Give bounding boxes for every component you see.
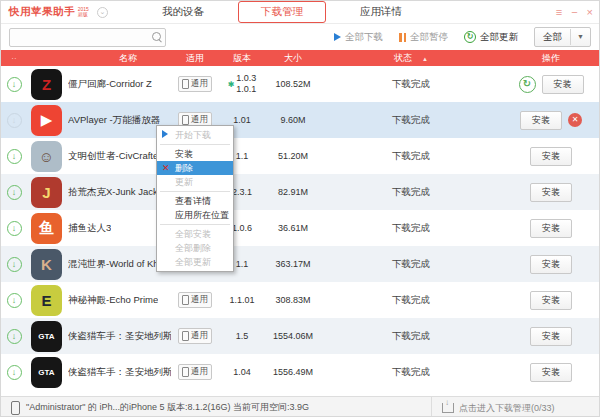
download-arrow-icon[interactable]: ↓ [7, 329, 22, 344]
minimize-icon[interactable]: − [571, 7, 577, 18]
refresh-circle-icon: ↻ [464, 31, 476, 43]
install-button[interactable]: 安装 [530, 363, 572, 382]
table-row[interactable]: ↓鱼捕鱼达人3通用1.0.636.61M下载完成安装 [1, 210, 600, 246]
table-row[interactable]: ↓GTA侠盗猎车手：圣安地列斯-...通用1.51554.06M下载完成安装 [1, 318, 600, 354]
install-button[interactable]: 安装 [530, 183, 572, 202]
version-cell: 1.01 [219, 115, 265, 126]
menu-item-label: 全部更新 [175, 256, 211, 269]
install-button[interactable]: 安装 [520, 111, 562, 130]
menu-item-start-download[interactable]: 开始下载 [157, 128, 233, 142]
tab-app-details[interactable]: 应用详情 [350, 2, 412, 22]
table-header: ·· 名称 适用 版本 大小 状态▲ 操作 [1, 50, 600, 66]
install-button[interactable]: 安装 [542, 75, 584, 94]
header-compat[interactable]: 适用 [171, 52, 219, 65]
menu-item-delete-all[interactable]: 全部删除 [157, 241, 233, 255]
app-name: 文明创世者-CivCrafter [68, 150, 161, 163]
compat-badge: 通用 [178, 364, 212, 380]
menu-item-update-all[interactable]: 全部更新 [157, 255, 233, 269]
menu-item-label: 应用所在位置 [175, 209, 229, 222]
install-button[interactable]: 安装 [530, 147, 572, 166]
size-cell: 308.83M [265, 295, 321, 305]
app-name: 僵尸回廊-Corridor Z [68, 78, 152, 91]
menu-item-install[interactable]: 安装 [157, 147, 233, 161]
search-icon[interactable] [152, 32, 161, 41]
menu-separator [160, 224, 230, 225]
update-all-button[interactable]: ↻ 全部更新 [464, 31, 518, 44]
menu-item-install-all[interactable]: 全部安装 [157, 227, 233, 241]
header-status[interactable]: 状态▲ [321, 52, 501, 65]
app-name: 侠盗猎车手：圣安地列斯-... [68, 330, 171, 343]
download-all-button[interactable]: 全部下载 [334, 31, 383, 44]
tab-download-manager[interactable]: 下载管理 [238, 1, 326, 23]
ops-cell: 安装 [501, 255, 600, 274]
menu-item-label: 更新 [175, 176, 193, 189]
download-arrow-icon[interactable]: ↓ [7, 113, 22, 128]
download-manager-entry[interactable]: 点击进入下载管理(0/33) [431, 397, 600, 417]
ops-cell: 安装 [501, 147, 600, 166]
table-row[interactable]: ↓J拾荒杰克X-Junk Jack X通用2.3.182.91M下载完成安装 [1, 174, 600, 210]
search-box[interactable] [9, 28, 166, 47]
download-tray-icon [442, 403, 454, 413]
version-cell: 1.1.01 [219, 295, 265, 306]
download-arrow-icon[interactable]: ↓ [7, 77, 22, 92]
table-row[interactable]: ↓GTA侠盗猎车手：圣安地列斯...通用1.041556.49M下载完成安装 [1, 354, 600, 390]
menu-item-app-location[interactable]: 应用所在位置 [157, 208, 233, 222]
table-row[interactable]: ↓K混沌世界-World of Khaos通用1.1363.17M下载完成安装 [1, 246, 600, 282]
menu-icon[interactable]: ≡ [556, 7, 562, 18]
close-icon[interactable]: × [587, 7, 593, 18]
device-icon [182, 79, 189, 89]
header-version[interactable]: 版本 [219, 52, 265, 65]
ops-cell: 安装 [501, 291, 600, 310]
size-cell: 36.61M [265, 223, 321, 233]
menu-item-view-details[interactable]: 查看详情 [157, 194, 233, 208]
size-cell: 9.60M [265, 115, 321, 125]
app-name: 侠盗猎车手：圣安地列斯... [68, 366, 171, 379]
header-status-label: 状态 [394, 53, 412, 63]
app-icon: 鱼 [31, 213, 62, 244]
sort-asc-icon[interactable]: ▲ [422, 56, 428, 62]
pause-all-button[interactable]: 全部暂停 [399, 31, 448, 44]
install-button[interactable]: 安装 [530, 219, 572, 238]
ops-cell: 安装 [501, 327, 600, 346]
reinstall-circle-icon[interactable]: ↻ [519, 76, 536, 93]
install-button[interactable]: 安装 [530, 327, 572, 346]
download-arrow-icon[interactable]: ↓ [7, 365, 22, 380]
search-input[interactable] [13, 30, 147, 45]
app-name: AVPlayer -万能播放器 [68, 114, 160, 127]
version-cell: 1.5 [219, 331, 265, 342]
play-icon [334, 33, 341, 41]
status-cell: 下载完成 [321, 258, 501, 271]
filter-dropdown[interactable]: 全部 ▼ [534, 27, 591, 47]
app-logo-badge: 2015新版 [78, 8, 92, 17]
tab-my-devices[interactable]: 我的设备 [152, 2, 214, 22]
download-arrow-icon[interactable]: ↓ [7, 185, 22, 200]
table-body: ↓Z僵尸回廊-Corridor Z通用✱1.0.31.0.1108.52M下载完… [1, 66, 600, 390]
size-cell: 51.20M [265, 151, 321, 161]
chevron-down-icon[interactable]: ⌄ [97, 7, 108, 18]
install-button[interactable]: 安装 [530, 291, 572, 310]
table-row[interactable]: ↓E神秘神殿-Echo Prime通用1.1.01308.83M下载完成安装 [1, 282, 600, 318]
table-row[interactable]: ↓▶AVPlayer -万能播放器通用1.019.60M下载完成安装✕ [1, 102, 600, 138]
app-name: 神秘神殿-Echo Prime [68, 294, 158, 307]
table-row[interactable]: ↓Z僵尸回廊-Corridor Z通用✱1.0.31.0.1108.52M下载完… [1, 66, 600, 102]
play-icon [162, 130, 175, 140]
header-size[interactable]: 大小 [265, 52, 321, 65]
install-button[interactable]: 安装 [530, 255, 572, 274]
status-cell: 下载完成 [321, 150, 501, 163]
status-bar: "Administrator" 的 iPh...的iPhone 5 版本:8.1… [1, 396, 600, 417]
size-cell: 1556.49M [265, 367, 321, 377]
compat-badge: 通用 [178, 328, 212, 344]
header-ops[interactable]: 操作 [501, 52, 600, 65]
download-arrow-icon[interactable]: ↓ [7, 149, 22, 164]
header-select-column: ·· [1, 54, 27, 63]
header-name[interactable]: 名称 [27, 52, 171, 65]
window-controls: ≡ − × [556, 1, 593, 24]
compat-badge: 通用 [178, 76, 212, 92]
menu-item-update[interactable]: 更新 [157, 175, 233, 189]
download-arrow-icon[interactable]: ↓ [7, 293, 22, 308]
menu-item-delete[interactable]: ✕ 删除 [157, 161, 233, 175]
download-arrow-icon[interactable]: ↓ [7, 221, 22, 236]
download-arrow-icon[interactable]: ↓ [7, 257, 22, 272]
table-row[interactable]: ↓☺文明创世者-CivCrafter通用1.151.20M下载完成安装 [1, 138, 600, 174]
remove-x-icon[interactable]: ✕ [568, 113, 582, 127]
